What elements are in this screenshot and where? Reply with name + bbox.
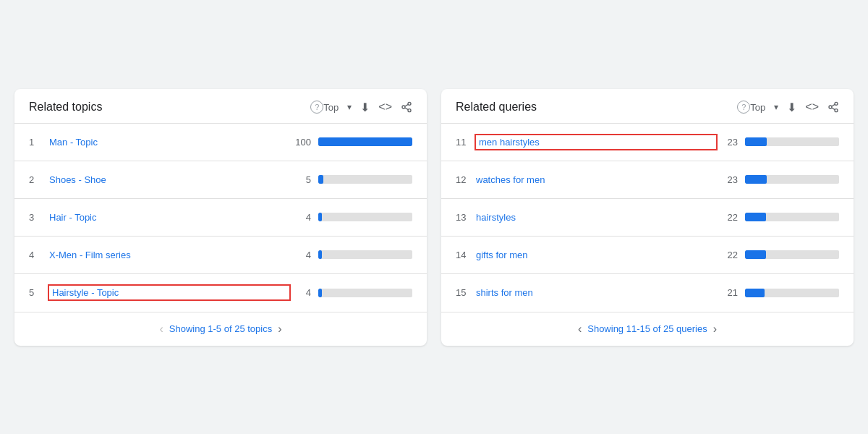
svg-point-2 (408, 109, 411, 112)
svg-line-9 (832, 104, 835, 106)
left-share-icon[interactable] (401, 101, 412, 113)
svg-line-4 (405, 104, 409, 106)
right-row-label-3[interactable]: gifts for men (476, 250, 716, 260)
left-header-controls: Top ▾ ⬇ <> (323, 101, 412, 114)
left-row-num-0: 1 (29, 137, 43, 148)
left-rows-container: 1 Man - Topic 100 2 Shoes - Shoe 5 3 Hai… (14, 124, 427, 312)
left-top-label: Top (323, 102, 339, 113)
left-card-footer: ‹ Showing 1-5 of 25 topics › (14, 312, 427, 346)
right-row-num-3: 14 (456, 250, 470, 260)
right-bar-container-2 (745, 213, 839, 221)
left-row-label-4[interactable]: Hairstyle - Topic (49, 286, 289, 299)
right-download-icon[interactable]: ⬇ (787, 101, 796, 114)
right-row-value-4: 21 (716, 287, 738, 298)
right-row-label-0[interactable]: men hairstyles (476, 135, 716, 149)
right-table-row: 13 hairstyles 22 (441, 199, 854, 237)
left-row-label-3[interactable]: X-Men - Film series (49, 250, 289, 260)
svg-line-3 (405, 108, 409, 110)
right-bar-fill-0 (745, 137, 767, 146)
svg-point-6 (829, 106, 832, 109)
right-code-icon[interactable]: <> (805, 101, 819, 114)
left-row-num-4: 5 (29, 287, 43, 298)
left-bar-fill-3 (318, 250, 322, 259)
right-bar-container-1 (745, 175, 839, 184)
right-footer-text[interactable]: Showing 11-15 of 25 queries (587, 323, 707, 334)
right-table-row: 12 watches for men 23 (441, 161, 854, 199)
left-prev-arrow[interactable]: ‹ (159, 323, 163, 336)
right-rows-container: 11 men hairstyles 23 12 watches for men … (441, 124, 854, 312)
left-download-icon[interactable]: ⬇ (360, 101, 370, 114)
svg-point-7 (835, 109, 838, 112)
right-prev-arrow[interactable]: ‹ (578, 323, 582, 336)
right-row-value-3: 22 (716, 250, 738, 260)
related-queries-card: Related queries ? Top ▾ ⬇ <> 11 men hair… (441, 89, 854, 346)
right-card-header: Related queries ? Top ▾ ⬇ <> (441, 89, 854, 124)
right-row-num-0: 11 (456, 137, 470, 148)
svg-point-5 (835, 102, 838, 105)
left-bar-fill-2 (318, 213, 322, 221)
related-topics-title: Related topics (29, 101, 305, 114)
left-dropdown-arrow[interactable]: ▾ (347, 102, 352, 112)
right-row-num-2: 13 (456, 212, 470, 223)
right-table-row: 14 gifts for men 22 (441, 237, 854, 274)
left-bar-fill-4 (318, 289, 322, 297)
left-table-row: 2 Shoes - Shoe 5 (14, 161, 427, 199)
right-top-label: Top (750, 102, 765, 113)
left-bar-fill-0 (318, 137, 412, 146)
left-row-num-2: 3 (29, 212, 43, 223)
left-help-icon[interactable]: ? (310, 101, 323, 114)
left-bar-container-4 (318, 289, 412, 297)
left-bar-container-3 (318, 250, 412, 259)
right-row-value-0: 23 (716, 137, 738, 148)
left-table-row: 3 Hair - Topic 4 (14, 199, 427, 237)
right-bar-fill-1 (745, 175, 767, 184)
left-code-icon[interactable]: <> (378, 101, 392, 114)
svg-point-0 (408, 102, 411, 105)
left-table-row: 1 Man - Topic 100 (14, 124, 427, 161)
left-row-value-1: 5 (289, 174, 311, 185)
left-card-header: Related topics ? Top ▾ ⬇ <> (14, 89, 427, 124)
left-footer-text[interactable]: Showing 1-5 of 25 topics (169, 323, 272, 334)
left-bar-container-1 (318, 175, 412, 184)
left-row-value-0: 100 (289, 137, 311, 148)
left-bar-container-0 (318, 137, 412, 146)
related-queries-title: Related queries (456, 101, 731, 114)
right-row-label-4[interactable]: shirts for men (476, 287, 716, 298)
related-topics-card: Related topics ? Top ▾ ⬇ <> 1 Man - Topi… (14, 89, 427, 346)
svg-point-1 (402, 106, 405, 109)
left-row-value-3: 4 (289, 250, 311, 260)
left-row-label-1[interactable]: Shoes - Shoe (49, 174, 289, 185)
right-share-icon[interactable] (827, 101, 839, 113)
right-help-icon[interactable]: ? (737, 101, 750, 114)
left-next-arrow[interactable]: › (278, 323, 281, 336)
right-row-num-4: 15 (456, 287, 470, 298)
left-row-num-1: 2 (29, 174, 43, 185)
svg-line-8 (832, 108, 835, 110)
left-bar-container-2 (318, 213, 412, 221)
right-row-label-1[interactable]: watches for men (476, 174, 716, 185)
left-bar-fill-1 (318, 175, 323, 184)
right-row-value-1: 23 (716, 174, 738, 185)
left-row-label-0[interactable]: Man - Topic (49, 137, 289, 148)
right-bar-fill-4 (745, 289, 765, 297)
right-bar-container-0 (745, 137, 839, 146)
right-bar-fill-3 (745, 250, 766, 259)
right-table-row: 11 men hairstyles 23 (441, 124, 854, 161)
right-table-row: 15 shirts for men 21 (441, 274, 854, 312)
left-row-label-2[interactable]: Hair - Topic (49, 212, 289, 223)
left-row-value-4: 4 (289, 287, 311, 298)
right-header-controls: Top ▾ ⬇ <> (750, 101, 839, 114)
right-dropdown-arrow[interactable]: ▾ (774, 102, 778, 112)
right-row-value-2: 22 (716, 212, 738, 223)
right-next-arrow[interactable]: › (713, 323, 717, 336)
right-row-label-2[interactable]: hairstyles (476, 212, 716, 223)
main-container: Related topics ? Top ▾ ⬇ <> 1 Man - Topi… (0, 75, 868, 360)
left-row-value-2: 4 (289, 212, 311, 223)
right-card-footer: ‹ Showing 11-15 of 25 queries › (441, 312, 854, 346)
left-table-row: 4 X-Men - Film series 4 (14, 237, 427, 274)
right-bar-container-3 (745, 250, 839, 259)
right-row-num-1: 12 (456, 174, 470, 185)
left-row-num-3: 4 (29, 250, 43, 260)
right-bar-container-4 (745, 289, 839, 297)
right-bar-fill-2 (745, 213, 766, 221)
